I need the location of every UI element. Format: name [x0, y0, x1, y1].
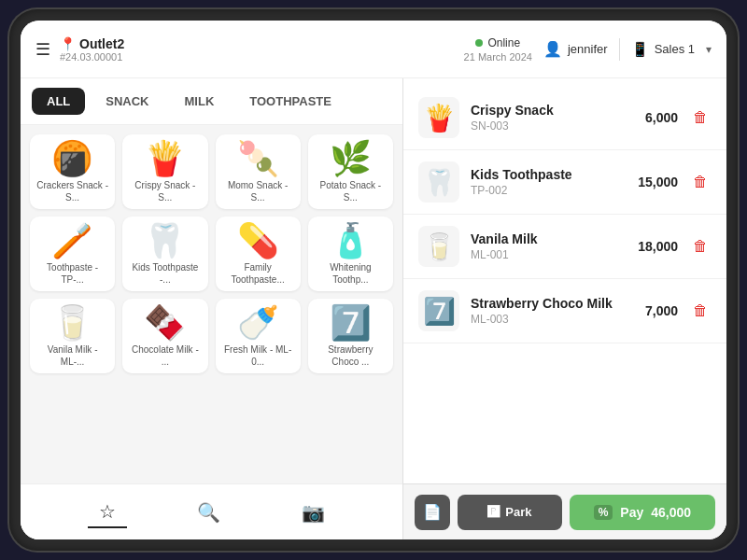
product-emoji: 🦷 [144, 224, 186, 258]
product-emoji: 🪥 [51, 224, 93, 258]
user-icon: 👤 [543, 40, 562, 58]
online-dot [475, 39, 483, 47]
tab-all[interactable]: ALL [32, 88, 85, 115]
product-emoji: 🍡 [237, 142, 279, 175]
order-item-info: Strawberry Choco Milk ML-003 [471, 296, 634, 326]
pay-label: Pay [620, 505, 643, 520]
outlet-id: #24.03.00001 [60, 51, 124, 63]
product-name: Vanila Milk - ML-... [35, 343, 109, 368]
product-emoji: 🥛 [51, 306, 93, 340]
product-card-p1[interactable]: 🍘 Crackers Snack - S... [30, 134, 115, 209]
park-button[interactable]: 🅿 Park [458, 495, 562, 530]
order-item-info: Crispy Snack SN-003 [471, 103, 634, 133]
product-emoji: 🍼 [237, 306, 279, 340]
product-card-p9[interactable]: 🥛 Vanila Milk - ML-... [30, 299, 115, 373]
product-name: Crackers Snack - S... [35, 179, 109, 203]
order-list: 🍟 Crispy Snack SN-003 6,000 🗑 🦷 Kids Too… [403, 78, 726, 483]
left-panel: ALL SNACK MILK TOOTHPASTE 🍘 Crackers Sna… [21, 78, 403, 539]
order-item-code: ML-003 [471, 313, 634, 326]
nav-favorites[interactable]: ☆ [88, 497, 127, 528]
product-card-p4[interactable]: 🌿 Potato Snack - S... [308, 134, 393, 209]
product-name: Chocolate Milk - ... [128, 343, 202, 368]
sales-info: 📱 Sales 1 [631, 41, 695, 58]
product-card-p12[interactable]: 7️⃣ Strawberry Choco ... [308, 299, 393, 373]
product-card-p11[interactable]: 🍼 Fresh Milk - ML-0... [216, 299, 301, 373]
order-item-name: Crispy Snack [471, 103, 634, 118]
outlet-name: 📍 Outlet2 [60, 36, 124, 51]
product-emoji: 🧴 [330, 224, 372, 258]
order-item-info: Kids Toothpaste TP-002 [471, 167, 627, 197]
products-grid: 🍘 Crackers Snack - S... 🍟 Crispy Snack -… [21, 125, 402, 483]
order-item-name: Vanila Milk [471, 231, 627, 246]
order-item-price: 18,000 [638, 239, 678, 254]
product-card-p7[interactable]: 💊 Family Toothpaste... [216, 217, 301, 291]
order-item-info: Vanila Milk ML-001 [471, 231, 627, 261]
delete-order-item[interactable]: 🗑 [689, 299, 712, 323]
park-icon: 🅿 [487, 505, 500, 519]
product-emoji: 🍫 [144, 306, 186, 340]
delete-order-item[interactable]: 🗑 [689, 234, 712, 259]
order-item-name: Strawberry Choco Milk [471, 296, 634, 311]
tab-snack[interactable]: SNACK [91, 88, 163, 115]
product-name: Fresh Milk - ML-0... [221, 343, 295, 368]
product-card-p10[interactable]: 🍫 Chocolate Milk - ... [122, 299, 207, 373]
order-item-oi1: 🍟 Crispy Snack SN-003 6,000 🗑 [403, 86, 726, 150]
header-center: Online 21 March 2024 [464, 36, 532, 63]
camera-icon: 📷 [302, 501, 325, 524]
product-name: Family Toothpaste... [221, 261, 295, 286]
order-item-img: 🥛 [418, 226, 459, 267]
order-item-oi3: 🥛 Vanila Milk ML-001 18,000 🗑 [403, 215, 726, 279]
product-emoji: 7️⃣ [330, 306, 372, 340]
order-item-code: ML-001 [471, 248, 627, 261]
product-emoji: 🍟 [144, 142, 186, 175]
nav-camera[interactable]: 📷 [290, 497, 336, 527]
outlet-name-text: Outlet2 [79, 36, 124, 51]
product-card-p2[interactable]: 🍟 Crispy Snack - S... [122, 134, 207, 209]
user-name: jennifer [568, 42, 608, 56]
product-name: Potato Snack - S... [314, 179, 388, 203]
product-emoji: 🌿 [330, 142, 372, 175]
outlet-info: 📍 Outlet2 #24.03.00001 [60, 36, 124, 63]
order-item-price: 7,000 [645, 303, 678, 318]
product-card-p5[interactable]: 🪥 Toothpaste - TP-... [30, 217, 115, 291]
product-card-p3[interactable]: 🍡 Momo Snack - S... [216, 134, 301, 209]
delete-order-item[interactable]: 🗑 [689, 105, 712, 130]
pin-icon: 📍 [60, 36, 76, 51]
online-badge: Online [475, 36, 520, 49]
draft-button[interactable]: 📄 [415, 495, 450, 530]
order-item-img: 🍟 [418, 97, 459, 138]
product-name: Kids Toothpaste -... [128, 261, 202, 286]
star-icon: ☆ [99, 500, 116, 523]
menu-icon[interactable]: ☰ [35, 39, 50, 60]
divider [619, 38, 620, 61]
product-emoji: 💊 [237, 224, 279, 258]
product-name: Momo Snack - S... [221, 179, 295, 203]
footer-actions: 📄 🅿 Park % Pay 46,000 [403, 483, 726, 539]
product-name: Toothpaste - TP-... [35, 261, 109, 286]
phone-icon: 📱 [631, 41, 649, 58]
bottom-nav: ☆ 🔍 📷 [21, 483, 402, 539]
product-name: Crispy Snack - S... [128, 179, 202, 203]
product-card-p8[interactable]: 🧴 Whitening Toothp... [308, 217, 393, 291]
product-name: Whitening Toothp... [314, 261, 388, 286]
nav-search[interactable]: 🔍 [186, 497, 232, 527]
user-info: 👤 jennifer [543, 40, 608, 58]
header-left: ☰ 📍 Outlet2 #24.03.00001 [35, 36, 453, 63]
tab-milk[interactable]: MILK [170, 88, 230, 115]
right-panel: 🍟 Crispy Snack SN-003 6,000 🗑 🦷 Kids Too… [403, 78, 726, 539]
product-card-p6[interactable]: 🦷 Kids Toothpaste -... [122, 217, 207, 291]
order-item-name: Kids Toothpaste [471, 167, 627, 182]
main-content: ALL SNACK MILK TOOTHPASTE 🍘 Crackers Sna… [21, 78, 726, 539]
pay-button[interactable]: % Pay 46,000 [570, 495, 715, 530]
order-item-img: 7️⃣ [418, 290, 459, 331]
order-item-oi2: 🦷 Kids Toothpaste TP-002 15,000 🗑 [403, 150, 726, 215]
delete-order-item[interactable]: 🗑 [689, 170, 712, 194]
park-label: Park [505, 505, 531, 519]
tab-toothpaste[interactable]: TOOTHPASTE [234, 88, 346, 115]
header-right: 👤 jennifer 📱 Sales 1 ▾ [543, 38, 712, 61]
chevron-down-icon[interactable]: ▾ [706, 43, 712, 56]
order-item-price: 6,000 [645, 110, 678, 125]
category-tabs: ALL SNACK MILK TOOTHPASTE [21, 78, 402, 125]
percent-badge: % [594, 505, 613, 520]
search-icon: 🔍 [197, 501, 220, 524]
